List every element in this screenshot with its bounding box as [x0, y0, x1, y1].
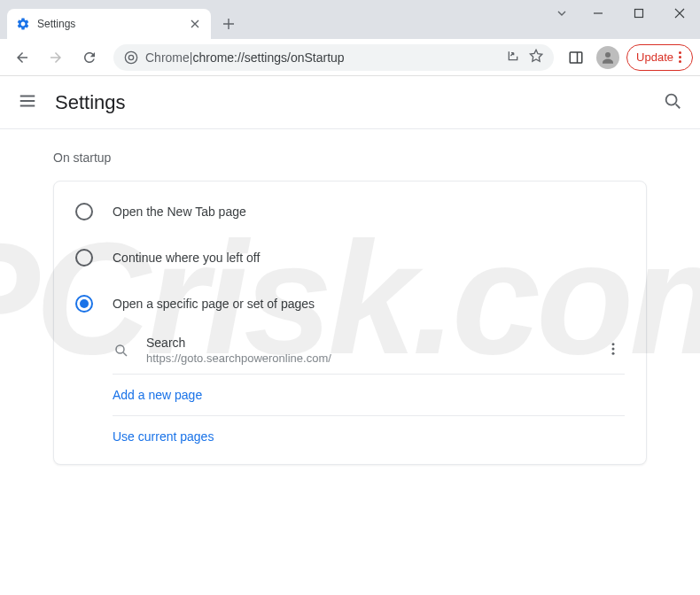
- magnifier-icon: [113, 342, 130, 359]
- gear-icon: [16, 17, 30, 31]
- radio-button[interactable]: [75, 295, 93, 313]
- add-page-link[interactable]: Add a new page: [113, 388, 202, 402]
- add-page-row[interactable]: Add a new page: [54, 375, 646, 415]
- tab-title: Settings: [37, 18, 181, 30]
- more-icon: [679, 51, 681, 63]
- update-label: Update: [636, 50, 673, 64]
- profile-button[interactable]: [595, 44, 621, 71]
- update-button[interactable]: Update: [626, 44, 693, 71]
- startup-page-entry: Search https://goto.searchpoweronline.co…: [54, 327, 646, 374]
- svg-point-7: [612, 343, 615, 345]
- maximize-button[interactable]: [618, 0, 659, 27]
- option-label: Open a specific page or set of pages: [113, 297, 315, 311]
- section-title: On startup: [53, 151, 647, 165]
- window-controls: [546, 0, 700, 39]
- radio-button[interactable]: [75, 203, 93, 220]
- svg-point-6: [116, 345, 124, 353]
- svg-point-1: [125, 51, 136, 63]
- more-options-button[interactable]: [602, 337, 625, 364]
- use-current-link[interactable]: Use current pages: [113, 429, 214, 444]
- titlebar: Settings: [0, 0, 700, 39]
- page-title: Settings: [55, 91, 126, 114]
- startup-page-url: https://goto.searchpoweronline.com/: [146, 352, 586, 365]
- search-icon[interactable]: [663, 91, 682, 114]
- svg-point-8: [612, 347, 615, 350]
- omnibox-text: Chrome | chrome://settings/onStartup: [145, 50, 345, 65]
- close-window-button[interactable]: [659, 0, 700, 27]
- address-bar[interactable]: Chrome | chrome://settings/onStartup: [113, 44, 554, 71]
- menu-icon[interactable]: [18, 91, 37, 114]
- side-panel-icon[interactable]: [563, 44, 589, 71]
- chrome-icon: [124, 50, 138, 65]
- option-new-tab[interactable]: Open the New Tab page: [54, 189, 646, 235]
- startup-card: Open the New Tab page Continue where you…: [53, 181, 647, 465]
- toolbar: Chrome | chrome://settings/onStartup Upd…: [0, 39, 700, 76]
- option-continue[interactable]: Continue where you left off: [54, 235, 646, 281]
- svg-point-9: [612, 352, 615, 354]
- settings-header: Settings: [0, 76, 700, 129]
- forward-button[interactable]: [41, 42, 71, 73]
- reload-button[interactable]: [74, 42, 105, 73]
- close-icon[interactable]: [188, 17, 202, 31]
- new-tab-button[interactable]: [216, 12, 241, 36]
- radio-button[interactable]: [75, 249, 93, 267]
- option-label: Open the New Tab page: [113, 205, 246, 219]
- browser-tab[interactable]: Settings: [7, 9, 211, 39]
- back-button[interactable]: [7, 42, 37, 73]
- svg-point-4: [605, 52, 611, 58]
- avatar: [596, 46, 619, 69]
- option-label: Continue where you left off: [113, 251, 260, 265]
- minimize-button[interactable]: [578, 0, 618, 27]
- settings-content: On startup Open the New Tab page Continu…: [0, 129, 700, 486]
- startup-page-name: Search: [146, 336, 586, 350]
- svg-rect-0: [635, 10, 643, 18]
- use-current-row[interactable]: Use current pages: [54, 416, 646, 457]
- svg-point-5: [666, 94, 677, 104]
- svg-rect-3: [570, 52, 582, 63]
- svg-point-2: [128, 55, 133, 59]
- bookmark-icon[interactable]: [529, 49, 543, 66]
- chevron-down-icon[interactable]: [546, 0, 578, 27]
- option-specific-pages[interactable]: Open a specific page or set of pages: [54, 281, 646, 327]
- share-icon[interactable]: [506, 49, 520, 66]
